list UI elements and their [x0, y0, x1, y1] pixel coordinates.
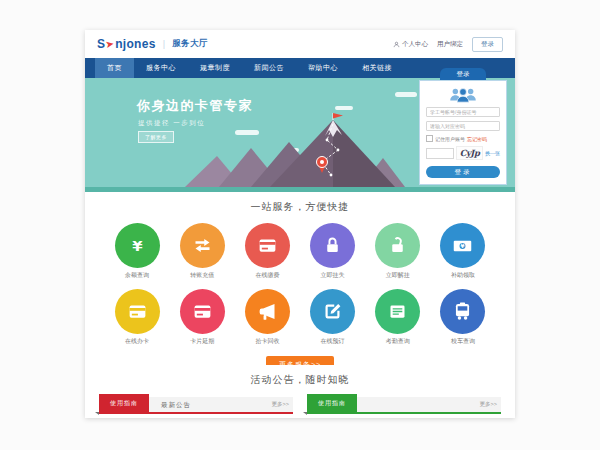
- service-item-9[interactable]: 在线预订: [307, 289, 359, 346]
- nav-item-0[interactable]: 首页: [95, 58, 134, 78]
- announcement-col-right: 使用指南 更多>>: [307, 397, 501, 414]
- remember-row: 记住用户账号 忘记密码: [426, 135, 500, 142]
- card-icon: [245, 223, 290, 268]
- service-label: 校车查询: [437, 337, 489, 346]
- nav-item-1[interactable]: 服务中心: [134, 58, 188, 78]
- service-item-10[interactable]: 考勤查询: [372, 289, 424, 346]
- service-label: 在线办卡: [111, 337, 163, 346]
- hero-cta-button[interactable]: 了解更多: [138, 131, 174, 143]
- tab-usage-guide-right[interactable]: 使用指南: [307, 394, 357, 412]
- nav-item-2[interactable]: 规章制度: [188, 58, 242, 78]
- service-item-7[interactable]: 卡片延期: [176, 289, 228, 346]
- header-link-user-binding[interactable]: 用户绑定: [437, 40, 463, 49]
- unlock-icon: [375, 223, 420, 268]
- hero-title: 你身边的卡管专家: [137, 97, 253, 115]
- service-label: 考勤查询: [372, 337, 424, 346]
- users-group-icon: [446, 86, 480, 103]
- more-link-right[interactable]: 更多>>: [480, 397, 497, 412]
- cloud-shape: [395, 92, 417, 97]
- announcement-columns: 使用指南 最新公告 更多>> 使用指南 更多>>: [85, 397, 515, 414]
- header-right: 个人中心 用户绑定 登录: [393, 37, 503, 52]
- site-header: S➤njones | 服务大厅 个人中心 用户绑定 登录: [85, 30, 515, 58]
- login-tab[interactable]: 登录: [440, 68, 486, 80]
- header-login-button[interactable]: 登录: [472, 37, 503, 52]
- service-item-8[interactable]: 拾卡回收: [241, 289, 293, 346]
- service-item-0[interactable]: ¥余额查询: [111, 223, 163, 280]
- nav-item-5[interactable]: 相关链接: [350, 58, 404, 78]
- service-label: 在线预订: [307, 337, 359, 346]
- card-icon: [180, 289, 225, 334]
- service-item-4[interactable]: 立即解挂: [372, 223, 424, 280]
- services-row-1: ¥余额查询转账充值在线缴费立即挂失立即解挂¥补助领取: [85, 223, 515, 280]
- announcements-section: 活动公告，随时知晓 使用指南 最新公告 更多>> 使用指南 更多>>: [85, 365, 515, 418]
- service-label: 立即挂失: [307, 271, 359, 280]
- service-item-1[interactable]: 转账充值: [176, 223, 228, 280]
- yuan-icon: ¥: [115, 223, 160, 268]
- captcha-refresh-link[interactable]: 换一张: [485, 150, 500, 156]
- service-item-2[interactable]: 在线缴费: [241, 223, 293, 280]
- password-input[interactable]: [426, 121, 500, 131]
- user-icon: [393, 41, 400, 48]
- username-input[interactable]: [426, 107, 500, 117]
- captcha-image[interactable]: CyJp: [456, 146, 483, 160]
- login-submit-button[interactable]: 登录: [426, 166, 500, 178]
- remember-label: 记住用户账号: [435, 136, 465, 142]
- service-label: 转账充值: [176, 271, 228, 280]
- site-page: S➤njones | 服务大厅 个人中心 用户绑定 登录 首页服务中心规章制度新…: [85, 30, 515, 418]
- remember-checkbox[interactable]: [426, 135, 433, 142]
- megaphone-icon: [245, 289, 290, 334]
- edit-icon: [310, 289, 355, 334]
- service-item-11[interactable]: 校车查询: [437, 289, 489, 346]
- hero-subtitle: 提供捷径 一步到位: [138, 119, 205, 128]
- logo[interactable]: S➤njones | 服务大厅: [97, 37, 207, 51]
- nav-item-4[interactable]: 帮助中心: [296, 58, 350, 78]
- nav-item-3[interactable]: 新闻公告: [242, 58, 296, 78]
- header-link-personal-center[interactable]: 个人中心: [393, 40, 428, 49]
- service-label: 拾卡回收: [241, 337, 293, 346]
- tab-usage-guide-left[interactable]: 使用指南: [99, 394, 149, 412]
- logo-tagline: 服务大厅: [172, 38, 207, 50]
- service-item-5[interactable]: ¥补助领取: [437, 223, 489, 280]
- lock-icon: [310, 223, 355, 268]
- service-label: 余额查询: [111, 271, 163, 280]
- mountain-illustration: [185, 112, 405, 187]
- service-item-3[interactable]: 立即挂失: [307, 223, 359, 280]
- svg-text:¥: ¥: [461, 243, 465, 249]
- logo-text-2: njones: [115, 37, 155, 51]
- logo-text-1: S: [97, 37, 105, 51]
- cloud-shape: [335, 106, 353, 110]
- services-title: 一站服务，方便快捷: [85, 192, 515, 214]
- captcha-input[interactable]: [426, 148, 454, 159]
- login-form: 记住用户账号 忘记密码 CyJp 换一张 登录: [419, 80, 507, 185]
- card-icon: [115, 289, 160, 334]
- money-icon: ¥: [440, 223, 485, 268]
- svg-text:¥: ¥: [132, 237, 143, 255]
- captcha-row: CyJp 换一张: [426, 146, 500, 160]
- services-section: 一站服务，方便快捷 ¥余额查询转账充值在线缴费立即挂失立即解挂¥补助领取 在线办…: [85, 192, 515, 365]
- announcements-title: 活动公告，随时知晓: [85, 365, 515, 387]
- more-link-left[interactable]: 更多>>: [272, 397, 289, 412]
- bus-icon: [440, 289, 485, 334]
- forgot-password-link[interactable]: 忘记密码: [467, 136, 487, 142]
- logo-bolt-icon: ➤: [106, 38, 115, 49]
- service-label: 补助领取: [437, 271, 489, 280]
- service-item-6[interactable]: 在线办卡: [111, 289, 163, 346]
- tab-bar-left: 使用指南 最新公告 更多>>: [99, 397, 293, 414]
- list-icon: [375, 289, 420, 334]
- services-row-2: 在线办卡卡片延期拾卡回收在线预订考勤查询校车查询: [85, 289, 515, 346]
- tab-latest-announcements[interactable]: 最新公告: [161, 397, 191, 412]
- logo-divider: |: [163, 39, 166, 49]
- announcement-col-left: 使用指南 最新公告 更多>>: [99, 397, 293, 414]
- tab-bar-right: 使用指南 更多>>: [307, 397, 501, 414]
- service-label: 卡片延期: [176, 337, 228, 346]
- service-label: 在线缴费: [241, 271, 293, 280]
- service-label: 立即解挂: [372, 271, 424, 280]
- login-panel: 登录 记住用户账号 忘记密码 CyJp 换一张 登录: [419, 68, 507, 185]
- transfer-icon: [180, 223, 225, 268]
